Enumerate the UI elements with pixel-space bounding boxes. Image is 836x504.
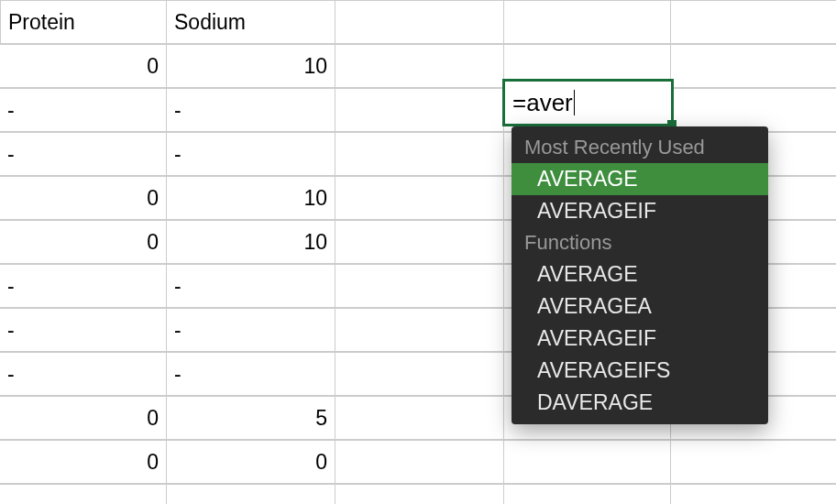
cell-value: 0 (147, 186, 159, 211)
cell-value: - (7, 142, 15, 167)
cell[interactable]: - (167, 264, 336, 308)
cell-value: 10 (303, 186, 327, 211)
autocomplete-item[interactable]: DAVERAGE (512, 387, 768, 419)
cell[interactable]: 0 (167, 440, 336, 484)
autocomplete-section-label: Functions (512, 227, 768, 258)
autocomplete-item[interactable]: AVERAGEIF (512, 195, 768, 227)
cell[interactable]: 10 (167, 176, 336, 220)
cell-value: - (7, 274, 15, 299)
cell-value: 0 (147, 406, 159, 431)
autocomplete-item[interactable]: AVERAGEIF (512, 323, 768, 355)
cell[interactable]: - (0, 308, 167, 352)
cell-value: - (174, 494, 182, 505)
cell-value: 0 (147, 230, 159, 255)
cell[interactable]: 10 (167, 220, 336, 264)
text-cursor (574, 90, 575, 115)
cell[interactable] (336, 352, 504, 396)
autocomplete-item[interactable]: AVERAGE (512, 258, 768, 290)
cell[interactable]: - (0, 88, 167, 132)
cell-value: Sodium (174, 10, 246, 35)
column-header[interactable]: Protein (0, 0, 167, 44)
cell[interactable]: 0 (0, 440, 167, 484)
cell[interactable] (336, 264, 504, 308)
cell[interactable]: - (0, 352, 167, 396)
cell-value: - (7, 494, 15, 505)
column-header[interactable]: Sodium (167, 0, 336, 44)
column-header[interactable] (504, 0, 671, 44)
cell[interactable] (504, 440, 671, 484)
autocomplete-item[interactable]: AVERAGE (512, 163, 768, 195)
cell[interactable] (671, 440, 836, 484)
cell[interactable] (336, 440, 504, 484)
cell-value: - (174, 274, 182, 299)
cell-value: - (174, 318, 182, 343)
cell[interactable]: - (0, 132, 167, 176)
cell[interactable]: 0 (0, 176, 167, 220)
cell-value: 10 (303, 54, 327, 79)
autocomplete-item[interactable]: AVERAGEA (512, 290, 768, 323)
cell-value: - (7, 362, 15, 387)
cell[interactable]: - (167, 308, 336, 352)
cell[interactable]: - (167, 132, 336, 176)
cell[interactable] (336, 396, 504, 440)
cell[interactable] (504, 484, 671, 504)
cell-value: - (7, 98, 15, 123)
cell[interactable] (336, 176, 504, 220)
cell[interactable] (336, 220, 504, 264)
cell[interactable] (336, 44, 504, 88)
active-cell-editor[interactable]: =aver (502, 79, 674, 126)
cell-value: - (174, 142, 182, 167)
cell-value: 0 (147, 450, 159, 475)
cell[interactable]: - (0, 264, 167, 308)
cell[interactable]: - (167, 88, 336, 132)
cell[interactable] (336, 88, 504, 132)
cell[interactable]: 5 (167, 396, 336, 440)
cell-value: 0 (315, 450, 327, 475)
column-header[interactable] (671, 0, 836, 44)
column-header[interactable] (336, 0, 504, 44)
cell-value: - (174, 362, 182, 387)
cell[interactable]: 0 (0, 220, 167, 264)
cell[interactable] (671, 88, 836, 132)
cell-value: - (174, 98, 182, 123)
cell[interactable]: - (0, 484, 167, 504)
formula-autocomplete-popup[interactable]: Most Recently UsedAVERAGEAVERAGEIFFuncti… (512, 126, 768, 424)
autocomplete-section-label: Most Recently Used (512, 132, 768, 163)
cell[interactable]: 0 (0, 396, 167, 440)
cell[interactable]: 10 (167, 44, 336, 88)
cell[interactable] (336, 308, 504, 352)
autocomplete-item[interactable]: AVERAGEIFS (512, 355, 768, 387)
cell[interactable]: - (167, 484, 336, 504)
cell[interactable] (336, 484, 504, 504)
cell[interactable] (671, 484, 836, 504)
cell-value: 10 (303, 230, 327, 255)
cell-value: Protein (8, 10, 75, 35)
cell-value: 5 (315, 406, 327, 431)
cell[interactable]: 0 (0, 44, 167, 88)
cell-value: 0 (147, 54, 159, 79)
cell[interactable] (671, 44, 836, 88)
cell[interactable]: - (167, 352, 336, 396)
formula-input-text: =aver (512, 89, 573, 117)
cell-value: - (7, 318, 15, 343)
cell[interactable] (336, 132, 504, 176)
